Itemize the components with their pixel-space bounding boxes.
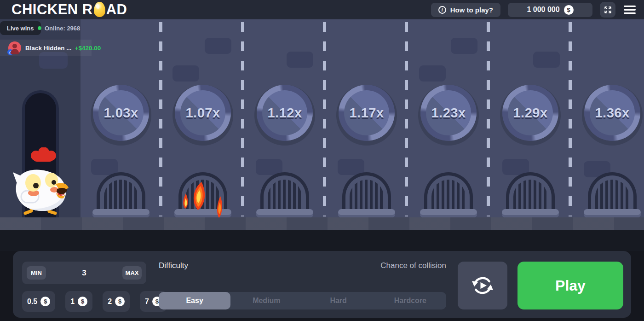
live-win-entry[interactable]: Black Hidden ... +$420.00 — [0, 40, 92, 56]
balance-value: 1 000 000 — [527, 6, 559, 14]
multiplier-label: 1.07x — [175, 85, 231, 141]
road-patch — [533, 52, 560, 68]
autoplay-button[interactable] — [458, 262, 507, 309]
menu-icon — [624, 6, 636, 7]
sidewalk — [0, 217, 644, 230]
logo-text-right: AD — [106, 1, 127, 18]
road-patch — [287, 52, 313, 68]
sewer-grate-1 — [92, 171, 150, 217]
autoplay-icon — [470, 273, 495, 298]
road-patch — [205, 38, 231, 54]
live-wins-label: Live wins — [7, 25, 34, 32]
chicken-character — [12, 147, 71, 216]
online-label: Online: 2968 — [45, 25, 80, 32]
tab-hardcore[interactable]: Hardcore — [374, 292, 446, 309]
lane-divider — [405, 22, 408, 216]
difficulty-label: Difficulty — [159, 261, 188, 270]
quick-bet-1[interactable]: 1 $ — [65, 291, 92, 312]
online-dot-icon — [38, 26, 41, 30]
info-icon: i — [438, 6, 446, 14]
dollar-coin-icon: $ — [564, 5, 574, 15]
dollar-coin-icon: $ — [40, 297, 50, 306]
lane-divider — [487, 22, 490, 216]
logo-text-left: CHICKEN R — [12, 1, 93, 18]
multiplier-label: 1.17x — [339, 85, 395, 141]
sewer-grate-7 — [584, 171, 641, 217]
game-board: 1.03x 1.07x 1.12x 1.17x 1.23x 1.29x 1.36… — [0, 19, 644, 251]
multiplier-cap-5[interactable]: 1.23x — [420, 85, 477, 141]
bet-amount-control: MIN 3 MAX — [22, 262, 146, 284]
multiplier-cap-6[interactable]: 1.29x — [502, 85, 558, 141]
sewer-grate-5 — [420, 171, 477, 217]
multiplier-cap-3[interactable]: 1.12x — [257, 85, 313, 141]
balance-display[interactable]: 1 000 000 $ — [508, 3, 592, 17]
tab-easy[interactable]: Easy — [159, 292, 230, 309]
how-to-play-label: How to play? — [450, 6, 493, 14]
currency-badge-icon — [7, 49, 13, 55]
lane-divider — [323, 22, 326, 216]
app-logo: CHICKEN RAD — [12, 0, 127, 19]
play-button[interactable]: Play — [518, 262, 623, 309]
max-bet-button[interactable]: MAX — [122, 266, 142, 280]
quick-bet-row: 0.5 $ 1 $ 2 $ 7 $ — [22, 291, 167, 312]
chance-of-collision-label: Chance of collision — [380, 261, 446, 270]
sewer-grate-3 — [256, 171, 313, 217]
difficulty-tabs: Easy Medium Hard Hardcore — [159, 292, 446, 309]
menu-button[interactable] — [623, 4, 637, 16]
lane-divider — [159, 22, 162, 216]
lane-divider — [569, 22, 572, 216]
multiplier-label: 1.03x — [93, 85, 149, 141]
flame-icon — [178, 181, 228, 221]
multiplier-label: 1.23x — [420, 85, 477, 141]
top-bar: CHICKEN RAD i How to play? 1 000 000 $ — [0, 0, 644, 19]
quick-bet-2[interactable]: 2 $ — [103, 291, 130, 312]
multiplier-cap-2[interactable]: 1.07x — [175, 85, 231, 141]
winner-name: Black Hidden ... — [25, 45, 72, 52]
live-wins-tab[interactable]: Live wins — [0, 21, 41, 35]
tab-hard[interactable]: Hard — [303, 292, 374, 309]
bet-value[interactable]: 3 — [46, 268, 122, 278]
tab-medium[interactable]: Medium — [230, 292, 302, 309]
header-actions: i How to play? 1 000 000 $ — [431, 0, 637, 19]
multiplier-cap-1[interactable]: 1.03x — [93, 85, 149, 141]
multiplier-cap-7[interactable]: 1.36x — [584, 85, 640, 141]
how-to-play-button[interactable]: i How to play? — [431, 3, 500, 17]
fullscreen-button[interactable] — [600, 2, 615, 18]
avatar — [8, 41, 21, 54]
fullscreen-icon — [604, 6, 612, 14]
dollar-coin-icon: $ — [78, 297, 87, 306]
win-amount: +$420.00 — [75, 45, 101, 52]
road-patch — [419, 65, 446, 82]
quick-bet-0.5[interactable]: 0.5 $ — [22, 291, 55, 312]
multiplier-cap-4[interactable]: 1.17x — [339, 85, 395, 141]
road-patch — [451, 38, 477, 54]
road-patch — [172, 65, 199, 82]
multiplier-label: 1.29x — [502, 85, 558, 141]
control-panel: MIN 3 MAX 0.5 $ 1 $ 2 $ 7 $ Difficulty C… — [13, 251, 631, 318]
ground — [0, 230, 644, 251]
sewer-grate-6 — [502, 171, 559, 217]
min-bet-button[interactable]: MIN — [27, 266, 46, 280]
multiplier-label: 1.12x — [257, 85, 313, 141]
sewer-grate-4 — [338, 171, 395, 217]
multiplier-label: 1.36x — [584, 85, 640, 141]
dollar-coin-icon: $ — [115, 297, 125, 306]
egg-icon — [94, 2, 105, 17]
lane-divider — [241, 22, 244, 216]
online-counter: Online: 2968 — [38, 21, 80, 35]
